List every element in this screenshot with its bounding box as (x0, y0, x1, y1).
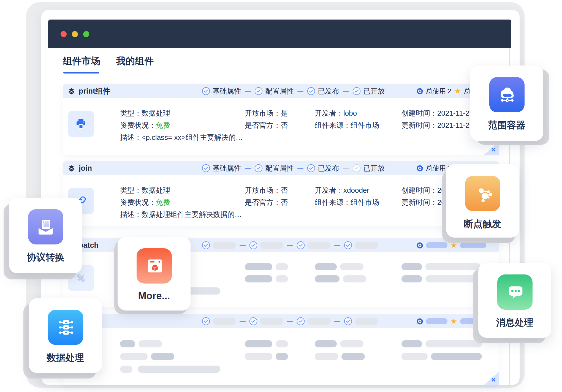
step-placeholder (344, 241, 378, 249)
skeleton-pill (307, 242, 331, 249)
skeleton-pill (425, 275, 480, 282)
maximize-dot[interactable] (83, 31, 89, 37)
skeleton-pill (425, 340, 482, 347)
step-label: 配置属性 (265, 86, 294, 96)
step-basic: 基础属性 (202, 164, 241, 173)
layers-icon (68, 165, 75, 172)
component-card-join[interactable]: join 基础属性 配置属性 (63, 161, 499, 226)
tab-bar: 组件市场 我的组件 (63, 55, 154, 74)
floating-card-label: 断点触发 (464, 218, 501, 230)
step-placeholder (297, 317, 331, 325)
field-official: 是否官方：否 (245, 198, 288, 207)
skeleton-pill (355, 242, 378, 249)
page: 组件市场 我的组件 print组件 基础属性 (0, 0, 562, 392)
step-connector (297, 91, 303, 92)
step-indicator-skeleton (202, 238, 378, 252)
skeleton-pill (460, 242, 486, 248)
fee-value: 免费 (156, 198, 170, 206)
check-circle-icon (352, 87, 361, 95)
step-connector (245, 168, 251, 169)
step-label: 基础属性 (213, 86, 241, 96)
skeleton-pill (426, 242, 447, 248)
check-circle-icon (344, 241, 352, 249)
step-connector (287, 321, 293, 322)
check-circle-icon (202, 317, 210, 325)
skeleton-pill (245, 275, 272, 282)
ruler-pencil-icon (74, 271, 88, 285)
minimize-dot[interactable] (72, 31, 78, 37)
skeleton-pill (401, 275, 422, 282)
close-icon[interactable]: × (491, 376, 496, 384)
skeleton-pill (401, 340, 422, 347)
step-placeholder (202, 241, 236, 249)
step-placeholder (202, 317, 236, 325)
floating-card-label: 协议转换 (27, 251, 64, 264)
skeleton-pill (315, 340, 337, 347)
field-source: 组件来源：组件市场 (315, 198, 379, 207)
card-header: ★ (63, 314, 499, 328)
skeleton-pill (213, 242, 236, 249)
step-placeholder (249, 241, 283, 249)
skeleton-pill (315, 275, 340, 282)
check-circle-icon (249, 317, 257, 325)
step-config: 配置属性 (254, 164, 294, 173)
field-desc: 描述：数据处理组件主要解决数据的… (120, 210, 242, 219)
views-icon (417, 165, 423, 172)
floating-card-scope-container[interactable]: 范围容器 (470, 66, 543, 141)
document-inbox-icon (28, 209, 63, 244)
usage-count: 总使用 2 (426, 87, 451, 96)
data-flow-icon (48, 310, 83, 345)
skeleton-pill (425, 263, 480, 270)
close-dot[interactable] (61, 31, 67, 37)
browser-cube-icon (137, 248, 172, 284)
check-circle-icon (307, 87, 315, 95)
views-icon (417, 88, 423, 94)
step-published: 已发布 (307, 164, 339, 173)
skeleton-pill (138, 366, 220, 373)
skeleton-pill (245, 353, 272, 360)
component-card-print[interactable]: print组件 基础属性 配置属性 (63, 84, 499, 155)
step-label: 基础属性 (213, 164, 241, 173)
skeleton-pill (431, 353, 482, 360)
close-icon[interactable]: × (491, 146, 496, 154)
step-connector (240, 321, 246, 322)
skeleton-pill (401, 263, 422, 270)
floating-card-message-processing[interactable]: 消息处理 (478, 263, 551, 338)
floating-card-label: 数据处理 (47, 352, 84, 364)
field-open-market: 开放市场：否 (245, 186, 288, 195)
step-placeholder (297, 241, 331, 249)
fee-value: 免费 (156, 121, 170, 129)
floating-card-more[interactable]: More... (118, 237, 191, 311)
step-label: 已发布 (318, 164, 339, 173)
skeleton-pill (120, 353, 148, 360)
skeleton-pill (341, 353, 365, 360)
skeleton-pill (213, 318, 236, 325)
field-type: 类型：数据处理 (120, 186, 170, 195)
field-official: 是否官方：否 (245, 121, 288, 130)
skeleton-pill (315, 263, 337, 270)
skeleton-pill (307, 318, 331, 325)
check-circle-icon (297, 317, 305, 325)
field-fee: 资费状况：免费 (120, 198, 170, 207)
tab-my-components[interactable]: 我的组件 (116, 55, 154, 74)
floating-card-data-processing[interactable]: 数据处理 (29, 298, 102, 373)
skeleton-pill (343, 275, 366, 282)
card-body: × (63, 328, 499, 385)
floating-card-breakpoint-trigger[interactable]: 断点触发 (446, 164, 519, 238)
step-label: 已发布 (318, 86, 339, 96)
component-card-skeleton[interactable]: ★ (63, 314, 499, 385)
step-placeholder (344, 317, 378, 325)
step-indicator-skeleton (202, 314, 378, 328)
floating-card-protocol-conversion[interactable]: 协议转换 (9, 198, 82, 273)
step-connector (240, 245, 246, 246)
check-circle-icon (202, 87, 210, 95)
check-circle-icon (254, 164, 263, 172)
tab-component-market[interactable]: 组件市场 (63, 55, 100, 74)
skeleton-pill (120, 366, 132, 373)
skeleton-pill (276, 340, 288, 347)
traffic-lights (61, 31, 89, 37)
step-label: 已开放 (363, 164, 385, 173)
skeleton-pill (151, 353, 174, 360)
skeleton-pill (401, 353, 428, 360)
check-circle-icon (202, 241, 210, 249)
